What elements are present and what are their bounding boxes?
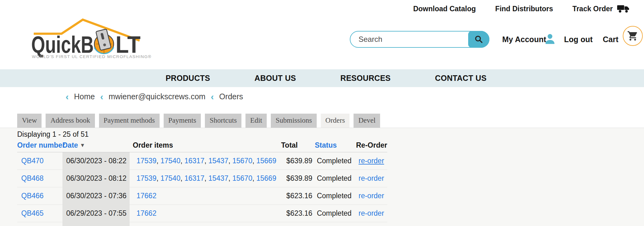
order-item-link[interactable]: 17539 xyxy=(136,174,156,182)
sort-order-number-link[interactable]: Order number xyxy=(17,141,65,149)
reorder-link[interactable]: re-order xyxy=(359,209,384,217)
order-total-cell: $623.16 xyxy=(281,209,312,218)
order-status-cell: Completed xyxy=(312,174,356,183)
order-item-link[interactable]: 15669 xyxy=(256,157,276,165)
order-total-cell: $639.89 xyxy=(281,157,312,165)
breadcrumb-orders[interactable]: Orders xyxy=(219,92,243,101)
order-item-link[interactable]: 15437 xyxy=(208,157,228,165)
find-distributors-link[interactable]: Find Distributors xyxy=(495,5,553,13)
tab-shortcuts[interactable]: Shortcuts xyxy=(205,114,241,128)
tab-payment-methods[interactable]: Payment methods xyxy=(99,114,160,128)
order-items-cell: 17539, 17540, 16317, 15437, 15670, 15669 xyxy=(130,174,281,183)
search-icon xyxy=(474,35,483,44)
order-item-link[interactable]: 17662 xyxy=(136,192,156,200)
order-number-cell: QB468 xyxy=(17,174,62,183)
breadcrumb-user-email[interactable]: mwiener@quickscrews.com xyxy=(109,92,206,101)
order-number-cell: QB465 xyxy=(17,209,62,218)
search-button[interactable] xyxy=(468,31,489,48)
order-number-cell: QB470 xyxy=(17,157,62,165)
table-row: QB46506/29/2023 - 07:5517662$623.16Compl… xyxy=(17,205,387,222)
order-number-link[interactable]: QB470 xyxy=(21,157,44,165)
search-input[interactable] xyxy=(350,35,468,44)
sort-status-link[interactable]: Status xyxy=(315,141,337,149)
logo-tagline: WORLD'S FIRST UL CERTIFIED MICROFLASHING… xyxy=(32,54,151,59)
order-date-cell: 06/28/2023 - 11:25 xyxy=(62,222,130,226)
order-date-cell: 06/30/2023 - 08:12 xyxy=(62,170,130,187)
order-item-link[interactable]: 15669 xyxy=(256,174,276,182)
chevron-left-icon: ‹ xyxy=(66,93,69,100)
order-date-cell: 06/30/2023 - 07:36 xyxy=(62,187,130,204)
reorder-cell: re-order xyxy=(356,174,387,183)
orders-table-body: QB47006/30/2023 - 08:2217539, 17540, 163… xyxy=(17,152,387,226)
chevron-left-icon: ‹ xyxy=(211,93,214,100)
nav-products[interactable]: PRODUCTS xyxy=(166,74,210,83)
orders-content: Displaying 1 - 25 of 51 Order number Dat… xyxy=(0,128,644,226)
order-item-link[interactable]: 15670 xyxy=(232,174,252,182)
order-number-link[interactable]: QB468 xyxy=(21,174,44,182)
cart-button[interactable] xyxy=(623,26,643,46)
order-total-cell: $623.16 xyxy=(281,192,312,200)
tab-payments[interactable]: Payments xyxy=(164,114,201,128)
order-status-cell: Completed xyxy=(312,209,356,218)
order-item-link[interactable]: 17540 xyxy=(161,174,181,182)
order-status-cell: Completed xyxy=(312,192,356,200)
sort-descending-icon: ▼ xyxy=(80,142,85,148)
nav-about-us[interactable]: ABOUT US xyxy=(255,74,296,83)
reorder-cell: re-order xyxy=(356,209,387,218)
cart-label[interactable]: Cart xyxy=(603,35,618,44)
account-tabs: View Address book Payment methods Paymen… xyxy=(17,114,380,128)
order-date-cell: 06/29/2023 - 07:55 xyxy=(62,205,130,222)
track-order-link[interactable]: Track Order xyxy=(572,4,630,13)
truck-icon xyxy=(617,4,630,13)
logo-text-end: LT xyxy=(116,31,141,58)
table-row: QB47006/30/2023 - 08:2217539, 17540, 163… xyxy=(17,152,387,170)
order-number-link[interactable]: QB466 xyxy=(21,192,44,200)
order-item-link[interactable]: 15670 xyxy=(232,157,252,165)
tab-submissions[interactable]: Submissions xyxy=(271,114,316,128)
my-account-link[interactable]: My Account xyxy=(502,35,546,44)
breadcrumb: ‹ Home ‹ mwiener@quickscrews.com ‹ Order… xyxy=(66,92,243,101)
tab-view[interactable]: View xyxy=(17,114,42,128)
quickbolt-logo[interactable]: QuickB LT WORLD'S FIRST UL CERTIFIED MIC… xyxy=(31,16,141,61)
table-row: QB46806/30/2023 - 08:1217539, 17540, 163… xyxy=(17,170,387,187)
reorder-link[interactable]: re-order xyxy=(359,174,384,182)
tab-address-book[interactable]: Address book xyxy=(46,114,95,128)
order-item-link[interactable]: 16317 xyxy=(185,157,205,165)
logo-text-start: QuickB xyxy=(31,31,94,58)
reorder-link[interactable]: re-order xyxy=(359,192,384,200)
tab-devel[interactable]: Devel xyxy=(354,114,380,128)
order-total-cell: $639.89 xyxy=(281,174,312,183)
table-row: QB46606/30/2023 - 07:3617662$623.16Compl… xyxy=(17,187,387,205)
quickbolt-logo-art: QuickB LT xyxy=(31,16,141,60)
order-item-link[interactable]: 17662 xyxy=(136,209,156,217)
column-date: Date▼ xyxy=(62,141,130,150)
order-date-cell: 06/30/2023 - 08:22 xyxy=(62,152,130,170)
order-item-link[interactable]: 15437 xyxy=(208,174,228,182)
sort-date-link[interactable]: Date xyxy=(62,141,78,149)
results-summary: Displaying 1 - 25 of 51 xyxy=(17,130,644,139)
reorder-cell: re-order xyxy=(356,192,387,200)
orders-table-header: Order number Date▼ Order items Total Sta… xyxy=(17,141,387,152)
order-item-link[interactable]: 16317 xyxy=(185,174,205,182)
order-item-link[interactable]: 17539 xyxy=(136,157,156,165)
order-items-cell: 17539, 17540, 16317, 15437, 15670, 15669 xyxy=(130,157,281,165)
order-items-cell: 17662 xyxy=(130,192,281,200)
person-icon xyxy=(543,32,557,46)
nav-resources[interactable]: RESOURCES xyxy=(340,74,391,83)
log-out-link[interactable]: Log out xyxy=(564,35,593,44)
tab-edit[interactable]: Edit xyxy=(245,114,267,128)
main-navigation: PRODUCTS ABOUT US RESOURCES CONTACT US xyxy=(0,69,644,87)
track-order-label: Track Order xyxy=(572,5,613,13)
reorder-link[interactable]: re-order xyxy=(359,157,384,165)
tab-orders[interactable]: Orders xyxy=(321,114,350,128)
cart-icon xyxy=(627,30,638,42)
column-order-number: Order number xyxy=(17,141,62,150)
order-item-link[interactable]: 17540 xyxy=(161,157,181,165)
nav-contact-us[interactable]: CONTACT US xyxy=(435,74,487,83)
order-number-link[interactable]: QB465 xyxy=(21,209,44,217)
column-status: Status xyxy=(312,141,356,150)
download-catalog-link[interactable]: Download Catalog xyxy=(413,5,476,13)
order-items-cell: 17662 xyxy=(130,209,281,218)
breadcrumb-home[interactable]: Home xyxy=(74,92,95,101)
column-total: Total xyxy=(281,141,312,150)
